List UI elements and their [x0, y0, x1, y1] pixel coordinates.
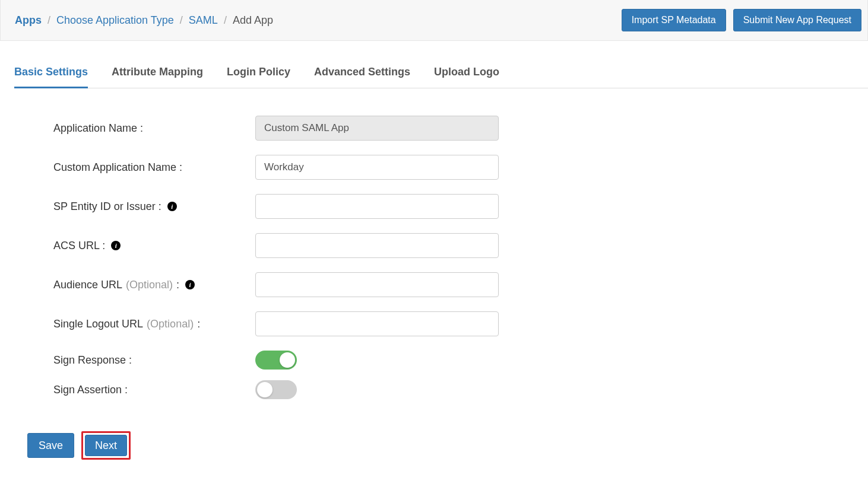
tab-basic-settings[interactable]: Basic Settings	[14, 59, 88, 88]
next-button[interactable]: Next	[85, 435, 127, 456]
breadcrumb-choose-type[interactable]: Choose Application Type	[56, 14, 174, 27]
tab-bar: Basic Settings Attribute Mapping Login P…	[14, 59, 868, 88]
sign-response-label: Sign Response :	[53, 354, 255, 367]
tab-attribute-mapping[interactable]: Attribute Mapping	[112, 59, 203, 88]
info-icon[interactable]: i	[111, 241, 121, 250]
audience-url-label: Audience URL (Optional) : i	[53, 279, 255, 291]
sign-response-toggle[interactable]	[255, 351, 297, 370]
sp-entity-id-label-text: SP Entity ID or Issuer :	[53, 200, 161, 213]
slo-url-label-colon: :	[197, 318, 200, 330]
audience-url-label-text: Audience URL	[53, 279, 122, 291]
single-logout-url-input[interactable]	[255, 311, 499, 336]
save-button[interactable]: Save	[27, 433, 74, 458]
optional-marker: (Optional)	[147, 318, 194, 330]
sign-assertion-toggle[interactable]	[255, 380, 297, 399]
breadcrumb-saml[interactable]: SAML	[189, 14, 218, 27]
slo-url-label-text: Single Logout URL	[53, 318, 143, 330]
optional-marker: (Optional)	[126, 279, 173, 291]
sign-assertion-label: Sign Assertion :	[53, 384, 255, 396]
acs-url-label-text: ACS URL :	[53, 240, 105, 252]
acs-url-input[interactable]	[255, 233, 499, 258]
breadcrumb-current: Add App	[233, 14, 273, 27]
info-icon[interactable]: i	[167, 202, 177, 211]
application-name-label: Application Name :	[53, 122, 255, 135]
breadcrumb-separator: /	[47, 14, 50, 27]
tab-upload-logo[interactable]: Upload Logo	[434, 59, 499, 88]
sp-entity-id-label: SP Entity ID or Issuer : i	[53, 200, 255, 213]
single-logout-url-label: Single Logout URL (Optional) :	[53, 318, 255, 330]
audience-url-label-colon: :	[176, 279, 179, 291]
breadcrumb: Apps / Choose Application Type / SAML / …	[15, 14, 273, 27]
submit-new-app-request-button[interactable]: Submit New App Request	[733, 9, 861, 31]
custom-application-name-input[interactable]	[255, 155, 499, 180]
acs-url-label: ACS URL : i	[53, 240, 255, 252]
breadcrumb-separator: /	[180, 14, 183, 27]
import-sp-metadata-button[interactable]: Import SP Metadata	[622, 9, 726, 31]
tab-advanced-settings[interactable]: Advanced Settings	[314, 59, 410, 88]
sp-entity-id-input[interactable]	[255, 194, 499, 219]
breadcrumb-apps[interactable]: Apps	[15, 14, 42, 27]
breadcrumb-separator: /	[224, 14, 227, 27]
audience-url-input[interactable]	[255, 272, 499, 297]
next-button-highlight: Next	[81, 431, 131, 460]
info-icon[interactable]: i	[185, 280, 195, 289]
tab-login-policy[interactable]: Login Policy	[227, 59, 290, 88]
basic-settings-form: Application Name : Custom Application Na…	[0, 88, 868, 399]
custom-application-name-label: Custom Application Name :	[53, 161, 255, 174]
application-name-input	[255, 116, 499, 141]
